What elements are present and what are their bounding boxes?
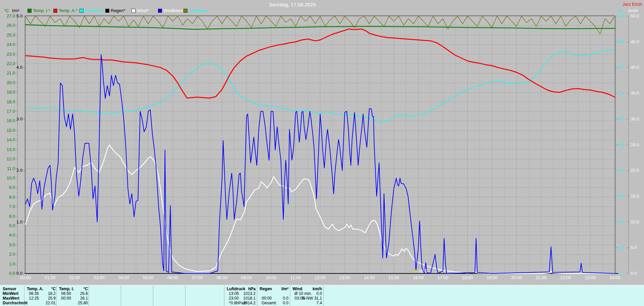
temp-axis-label: 0.0 bbox=[9, 271, 15, 276]
row-label-durchschnitt: Durchschnitt bbox=[3, 301, 28, 305]
cell-luftdruck-value: 1013.2 bbox=[243, 291, 256, 296]
humidity-axis-label: 20 bbox=[618, 219, 623, 224]
x-axis-label: 15:00 bbox=[388, 275, 399, 280]
rain-axis-label: 5.0 bbox=[16, 13, 22, 18]
wind-axis-label: 50.0 bbox=[631, 13, 639, 18]
x-axis-label: 08:00 bbox=[216, 275, 227, 280]
wind-axis-label: 45.0 bbox=[631, 39, 639, 44]
table-divider bbox=[56, 286, 57, 306]
cell-temp-i-left: 06:50 bbox=[61, 291, 71, 296]
cell-wind-left: Ø 10 min. bbox=[294, 291, 312, 296]
humidity-axis-label: 60 bbox=[618, 116, 623, 121]
x-axis-label: 02:00 bbox=[69, 275, 80, 280]
cell-temp-a-value: 25.9 bbox=[48, 296, 56, 301]
x-axis-label: 13:00 bbox=[339, 275, 350, 280]
cell-temp-a-left: 12:25 bbox=[29, 296, 39, 301]
cell-luftdruck-value: 1014.2 bbox=[243, 301, 256, 305]
x-axis-label: 18:00 bbox=[462, 275, 473, 280]
x-axis-label: 17:00 bbox=[437, 275, 448, 280]
wind-axis-label: 25.0 bbox=[631, 142, 639, 147]
humidity-axis-label: 90 bbox=[618, 39, 623, 44]
x-axis-label: 21:00 bbox=[536, 275, 547, 280]
cell-luftdruck-left: 23:00 bbox=[229, 296, 239, 301]
table-divider bbox=[121, 286, 121, 306]
temp-axis-label: 22.0 bbox=[7, 61, 15, 66]
cell-luftdruck-value: 1016.1 bbox=[243, 296, 256, 301]
temp-axis-label: 4.0 bbox=[9, 233, 15, 238]
col-unit-wind: km/h bbox=[313, 287, 322, 291]
wind-axis-label: 10.0 bbox=[631, 219, 639, 224]
cell-temp-a-left: 06:35 bbox=[29, 291, 39, 296]
col-header-regen: Regen bbox=[260, 287, 272, 291]
wind-axis-label: 20.0 bbox=[631, 168, 639, 173]
temp-axis-label: 12.0 bbox=[7, 156, 15, 161]
cell-wind-value: N-NW 31.1 bbox=[302, 296, 322, 301]
x-axis-label: 16:00 bbox=[413, 275, 424, 280]
rain-axis-label: 2.0 bbox=[16, 168, 22, 173]
temp-axis-label: 10.0 bbox=[7, 175, 15, 181]
temp-axis-label: 25.0 bbox=[7, 33, 15, 38]
table-divider bbox=[224, 286, 224, 306]
temp-axis-label: 11.0 bbox=[7, 166, 15, 171]
col-header-temp-i: Temp. I. bbox=[59, 287, 74, 291]
x-axis-label: 22:00 bbox=[560, 275, 571, 280]
temp-axis-label: 9.0 bbox=[9, 185, 15, 190]
humidity-axis-label: 10 bbox=[618, 245, 623, 250]
temp-axis-label: 3.0 bbox=[9, 242, 15, 247]
row-label-sensor: Sensor bbox=[3, 287, 16, 291]
temp-axis-label: 1.0 bbox=[9, 261, 15, 266]
wind-axis-label: 15.0 bbox=[631, 194, 639, 199]
cell-wind-value: 7.4 bbox=[316, 301, 322, 305]
cell-temp-i-value: 25.80 bbox=[78, 301, 88, 305]
weather-chart-window: Sonntag, 17.08.2025 Jarz Erich °C l/m² %… bbox=[0, 0, 644, 306]
temp-axis-label: 27.0 bbox=[7, 13, 15, 18]
x-axis-label: 23:00 bbox=[585, 275, 596, 280]
marker-time-label: 16:07 bbox=[418, 269, 428, 273]
cell-temp-a-value: 18.2 bbox=[48, 291, 56, 296]
x-axis-label: 11:00 bbox=[290, 275, 301, 280]
wind-axis-label: 0.0 bbox=[631, 271, 637, 276]
x-axis-label: 01:00 bbox=[45, 275, 56, 280]
cell-regen-value: 0.0 bbox=[283, 301, 288, 305]
temp-axis-label: 17.0 bbox=[7, 109, 15, 114]
temp-axis-label: 7.0 bbox=[9, 204, 15, 209]
cell-luftdruck-left: 13:05 bbox=[229, 291, 239, 296]
rain-axis-label: 4.0 bbox=[16, 65, 22, 70]
x-axis-label: 07:00 bbox=[192, 275, 203, 280]
humidity-axis-label: 30 bbox=[618, 194, 623, 199]
x-axis-label: 14:00 bbox=[364, 275, 375, 280]
temp-axis-label: 23.0 bbox=[7, 52, 15, 57]
col-header-temp-a: Temp. A. bbox=[27, 287, 43, 291]
temp-axis-label: 14.0 bbox=[7, 137, 15, 142]
cell-temp-i-value: 26.1 bbox=[80, 296, 88, 301]
cell-temp-a-value: 22.01 bbox=[46, 301, 56, 305]
row-label-minwert: MinWert bbox=[3, 291, 18, 296]
table-divider bbox=[290, 286, 290, 306]
cell-regen-left: 00:00 bbox=[262, 296, 272, 301]
table-divider bbox=[257, 286, 257, 306]
summary-table: SensorMinWertMaxWertDurchschnittTemp. A.… bbox=[0, 285, 644, 306]
table-divider bbox=[89, 286, 89, 306]
col-header-luftdruck: Luftdruck bbox=[227, 287, 245, 291]
wind-axis-label: 5.0 bbox=[631, 245, 637, 250]
temp-axis-label: 8.0 bbox=[9, 195, 15, 200]
x-axis-label: 03:00 bbox=[94, 275, 105, 280]
humidity-axis-label: 40 bbox=[618, 168, 623, 173]
temp-axis-label: 13.0 bbox=[7, 147, 15, 152]
sun-marker-icon: ✱ bbox=[414, 269, 417, 273]
wind-axis-label: 30.0 bbox=[631, 116, 639, 121]
x-axis-label: 10:00 bbox=[266, 275, 277, 280]
x-axis-label: 12:00 bbox=[315, 275, 326, 280]
table-divider bbox=[153, 286, 153, 306]
cell-wind-value: 0.0 bbox=[316, 291, 322, 296]
temp-axis-label: 18.0 bbox=[7, 99, 15, 104]
wind-axis-label: 40.0 bbox=[631, 65, 639, 70]
rain-axis-label: 3.0 bbox=[16, 116, 22, 121]
temp-axis-label: 24.0 bbox=[7, 42, 15, 47]
temp-axis-label: 16.0 bbox=[7, 118, 15, 123]
x-axis-label: 19:00 bbox=[487, 275, 498, 280]
temp-axis-label: 21.0 bbox=[7, 70, 15, 75]
table-divider bbox=[185, 286, 185, 306]
chart-canvas: 0.01.02.03.04.05.06.07.08.09.010.011.012… bbox=[0, 0, 644, 285]
col-header-wind: Wind bbox=[292, 287, 302, 291]
